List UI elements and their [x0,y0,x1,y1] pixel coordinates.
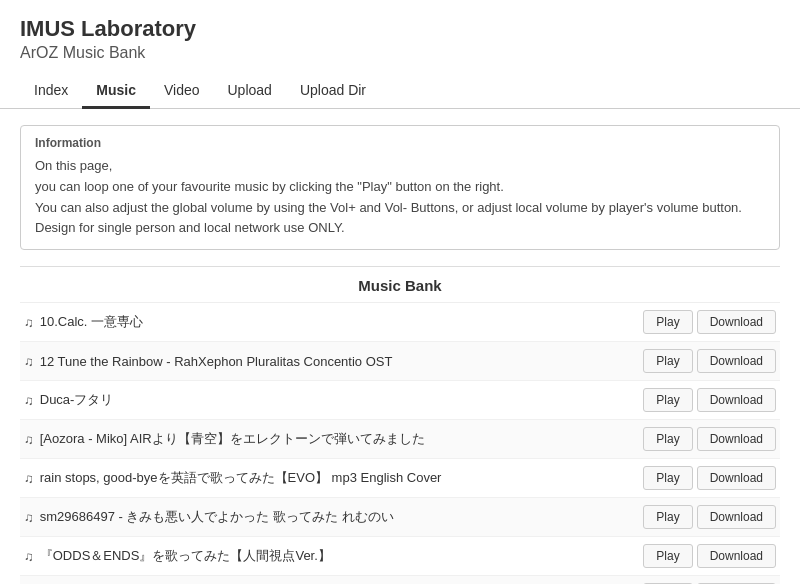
table-row: ♫『TRANCE REMIX』 Sword Art Online II - OP… [20,576,780,584]
track-actions: PlayDownload [643,349,776,373]
download-button[interactable]: Download [697,388,776,412]
play-button[interactable]: Play [643,388,692,412]
nav-item-video[interactable]: Video [150,74,214,109]
track-actions: PlayDownload [643,544,776,568]
track-actions: PlayDownload [643,310,776,334]
track-list: ♫10.Calc. 一意専心PlayDownload♫12 Tune the R… [20,303,780,584]
music-icon: ♫ [24,471,34,486]
track-title: Duca-フタリ [40,391,114,409]
music-icon: ♫ [24,393,34,408]
download-button[interactable]: Download [697,310,776,334]
music-icon: ♫ [24,315,34,330]
music-icon: ♫ [24,432,34,447]
table-row: ♫rain stops, good-byeを英語で歌ってみた【EVO】 mp3 … [20,459,780,498]
track-name: ♫12 Tune the Rainbow - RahXephon Plurali… [24,354,643,369]
track-actions: PlayDownload [643,505,776,529]
track-name: ♫10.Calc. 一意専心 [24,313,643,331]
track-title: 『ODDS＆ENDS』を歌ってみた【人間視点Ver.】 [40,547,331,565]
table-row: ♫sm29686497 - きみも悪い人でよかった 歌ってみた れむのいPlay… [20,498,780,537]
track-actions: PlayDownload [643,388,776,412]
track-title: 12 Tune the Rainbow - RahXephon Pluralit… [40,354,393,369]
table-row: ♫Duca-フタリPlayDownload [20,381,780,420]
download-button[interactable]: Download [697,427,776,451]
info-content: On this page,you can loop one of your fa… [35,156,765,239]
play-button[interactable]: Play [643,427,692,451]
music-bank: Music Bank ♫10.Calc. 一意専心PlayDownload♫12… [20,266,780,584]
track-name: ♫『ODDS＆ENDS』を歌ってみた【人間視点Ver.】 [24,547,643,565]
music-icon: ♫ [24,549,34,564]
download-button[interactable]: Download [697,349,776,373]
table-row: ♫10.Calc. 一意専心PlayDownload [20,303,780,342]
play-button[interactable]: Play [643,466,692,490]
info-label: Information [35,136,765,150]
play-button[interactable]: Play [643,349,692,373]
download-button[interactable]: Download [697,466,776,490]
info-line: you can loop one of your favourite music… [35,177,765,198]
track-title: [Aozora - Miko] AIRより【青空】をエレクトーンで弾いてみました [40,430,425,448]
play-button[interactable]: Play [643,544,692,568]
download-button[interactable]: Download [697,505,776,529]
play-button[interactable]: Play [643,310,692,334]
track-title: 10.Calc. 一意専心 [40,313,143,331]
download-button[interactable]: Download [697,544,776,568]
info-line: On this page, [35,156,765,177]
play-button[interactable]: Play [643,505,692,529]
table-row: ♫[Aozora - Miko] AIRより【青空】をエレクトーンで弾いてみまし… [20,420,780,459]
nav-item-upload-dir[interactable]: Upload Dir [286,74,380,109]
table-row: ♫12 Tune the Rainbow - RahXephon Plurali… [20,342,780,381]
track-name: ♫[Aozora - Miko] AIRより【青空】をエレクトーンで弾いてみまし… [24,430,643,448]
track-name: ♫Duca-フタリ [24,391,643,409]
info-line: You can also adjust the global volume by… [35,198,765,219]
app-subtitle: ArOZ Music Bank [20,44,780,62]
nav-item-index[interactable]: Index [20,74,82,109]
track-name: ♫rain stops, good-byeを英語で歌ってみた【EVO】 mp3 … [24,469,643,487]
main-nav: IndexMusicVideoUploadUpload Dir [0,74,800,109]
music-icon: ♫ [24,510,34,525]
music-bank-title: Music Bank [20,266,780,303]
track-title: sm29686497 - きみも悪い人でよかった 歌ってみた れむのい [40,508,394,526]
track-title: rain stops, good-byeを英語で歌ってみた【EVO】 mp3 E… [40,469,442,487]
info-box: Information On this page,you can loop on… [20,125,780,250]
nav-item-music[interactable]: Music [82,74,150,109]
app-title: IMUS Laboratory [20,16,780,42]
music-icon: ♫ [24,354,34,369]
track-actions: PlayDownload [643,427,776,451]
table-row: ♫『ODDS＆ENDS』を歌ってみた【人間視点Ver.】PlayDownload [20,537,780,576]
track-name: ♫sm29686497 - きみも悪い人でよかった 歌ってみた れむのい [24,508,643,526]
track-actions: PlayDownload [643,466,776,490]
info-line: Design for single person and local netwo… [35,218,765,239]
nav-item-upload[interactable]: Upload [214,74,286,109]
